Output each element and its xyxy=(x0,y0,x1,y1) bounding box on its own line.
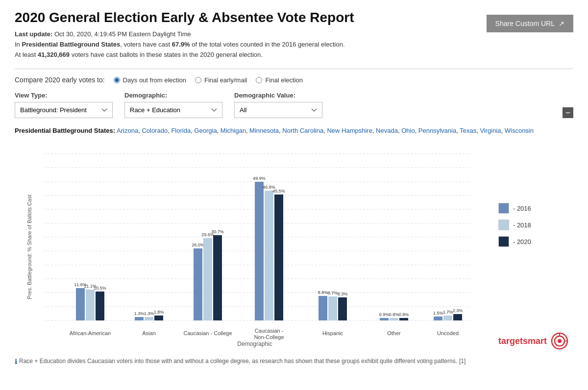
svg-text:45.5%: 45.5% xyxy=(272,189,285,194)
state-ohio[interactable]: Ohio xyxy=(401,127,415,134)
svg-text:8.8%: 8.8% xyxy=(318,290,328,295)
bar-aa-2018 xyxy=(86,290,95,320)
svg-text:8.7%: 8.7% xyxy=(328,291,338,295)
bar-unc-2016 xyxy=(434,317,442,320)
line2-pre: In xyxy=(15,41,22,48)
svg-text:1.3%: 1.3% xyxy=(144,311,154,316)
targetsmart-logo: targetsmart xyxy=(498,332,573,350)
svg-text:0.8%: 0.8% xyxy=(389,312,399,317)
targetsmart-text: targetsmart xyxy=(498,336,547,346)
collapse-button[interactable]: − xyxy=(563,107,573,118)
radio-final-input[interactable] xyxy=(256,77,262,83)
radio-days-label[interactable]: Days out from election xyxy=(123,76,186,84)
bar-unc-2018 xyxy=(443,316,452,320)
state-colorado[interactable]: Colorado xyxy=(142,127,168,134)
state-georgia[interactable]: Georgia xyxy=(194,127,217,134)
legend-label-2016: - 2016 xyxy=(513,205,531,212)
chart-legend: - 2016 - 2018 - 2020 xyxy=(498,173,573,247)
state-nh[interactable]: New Hampshire xyxy=(327,127,372,134)
svg-text:0.9%: 0.9% xyxy=(379,312,390,317)
legend-label-2020: - 2020 xyxy=(513,238,531,245)
footnote-text: Race + Education divides Caucasian voter… xyxy=(19,358,457,365)
state-nevada[interactable]: Nevada xyxy=(376,127,398,134)
radio-final[interactable]: Final election xyxy=(256,76,303,84)
state-minnesota[interactable]: Minnesota xyxy=(249,127,279,134)
dem-value-select[interactable]: All xyxy=(234,102,322,118)
legend-2020: - 2020 xyxy=(498,236,573,247)
bar-cnc-2018 xyxy=(265,191,273,320)
svg-text:Non-College: Non-College xyxy=(254,334,284,340)
state-texas[interactable]: Texas xyxy=(460,127,476,134)
svg-text:Hispanic: Hispanic xyxy=(322,330,343,336)
legend-2018: - 2018 xyxy=(498,219,573,230)
radio-early-label[interactable]: Final early/mail xyxy=(204,76,247,84)
svg-text:Caucasian -: Caucasian - xyxy=(255,328,284,334)
bar-cc-2018 xyxy=(203,238,212,320)
svg-text:30.7%: 30.7% xyxy=(211,229,224,234)
battleground-states-heading: Presidential Battleground States: xyxy=(15,127,115,134)
svg-text:1.3%: 1.3% xyxy=(134,311,145,316)
y-axis-label: Pres. Battleground: % Share of Ballots C… xyxy=(26,173,32,320)
targetsmart-icon xyxy=(551,332,568,350)
legend-label-2018: - 2018 xyxy=(513,221,531,229)
bar-cnc-2016 xyxy=(255,182,264,320)
bar-cnc-2020 xyxy=(274,195,283,320)
radio-days[interactable]: Days out from election xyxy=(114,76,186,84)
info-icon: ℹ xyxy=(15,358,17,366)
share-custom-url-button[interactable]: Share Custom URL ↗ xyxy=(487,15,573,32)
svg-text:Other: Other xyxy=(387,330,401,336)
bar-cc-2016 xyxy=(194,248,202,320)
bar-asian-2020 xyxy=(154,316,163,320)
divider xyxy=(15,69,573,69)
svg-text:Demographic: Demographic xyxy=(237,341,272,347)
svg-text:0.8%: 0.8% xyxy=(399,312,409,317)
demographic-label: Demographic: xyxy=(124,92,222,99)
radio-final-label[interactable]: Final election xyxy=(265,76,303,84)
update-time: Oct 30, 2020, 4:19:45 PM Eastern Dayligh… xyxy=(54,30,191,38)
state-nc[interactable]: North Carolina xyxy=(282,127,323,134)
svg-text:1.7%: 1.7% xyxy=(443,310,453,315)
state-virginia[interactable]: Virginia xyxy=(480,127,501,134)
bar-asian-2018 xyxy=(145,317,153,320)
dem-value-label: Demographic Value: xyxy=(234,92,322,99)
bar-cc-2020 xyxy=(213,235,222,320)
bar-chart: 60% 55% 50% 45% 40% 35% 30% 25% 20% 15 xyxy=(44,144,485,350)
radio-early-input[interactable] xyxy=(195,77,201,83)
bar-hisp-2016 xyxy=(318,296,327,320)
voter-count: 41,320,669 xyxy=(38,51,70,58)
svg-text:49.9%: 49.9% xyxy=(253,176,266,181)
svg-text:African-American: African-American xyxy=(70,330,111,336)
svg-text:10.5%: 10.5% xyxy=(94,286,106,291)
svg-text:26.0%: 26.0% xyxy=(192,243,204,247)
bar-unc-2020 xyxy=(453,314,462,320)
last-update-label: Last update: xyxy=(15,30,52,38)
line2-mid: , voters have cast xyxy=(120,41,172,48)
footnote-ref: [1] xyxy=(459,358,466,365)
view-type-select[interactable]: Battleground: President All States Indiv… xyxy=(15,102,113,118)
demographic-select[interactable]: Race + Education Party Gender Age xyxy=(124,102,222,118)
svg-text:1.8%: 1.8% xyxy=(154,310,164,315)
svg-text:Uncoded: Uncoded xyxy=(437,330,459,336)
line2-post: of the total votes counted in the 2016 g… xyxy=(190,41,345,48)
svg-text:Caucasian - College: Caucasian - College xyxy=(183,330,232,336)
state-wisconsin[interactable]: Wisconsin xyxy=(505,127,534,134)
footnote: ℹ Race + Education divides Caucasian vot… xyxy=(15,358,573,366)
svg-text:Asian: Asian xyxy=(142,330,156,336)
svg-text:1.5%: 1.5% xyxy=(433,311,443,316)
legend-2016: - 2016 xyxy=(498,203,573,214)
battleground-states-label: Presidential Battleground States xyxy=(22,41,120,48)
compare-label: Compare 2020 early votes to: xyxy=(15,76,105,84)
state-michigan[interactable]: Michigan xyxy=(220,127,246,134)
state-arizona[interactable]: Arizona xyxy=(117,127,138,134)
bar-hisp-2018 xyxy=(328,296,337,320)
bar-other-2018 xyxy=(390,318,398,320)
state-florida[interactable]: Florida xyxy=(171,127,191,134)
bar-other-2020 xyxy=(399,318,408,320)
bar-hisp-2020 xyxy=(338,297,347,320)
line3-post: voters have cast ballots in these states… xyxy=(70,51,263,58)
radio-days-input[interactable] xyxy=(114,77,120,83)
bar-aa-2020 xyxy=(96,292,104,320)
radio-early[interactable]: Final early/mail xyxy=(195,76,247,84)
bar-other-2016 xyxy=(380,318,389,320)
state-pa[interactable]: Pennsylvania xyxy=(418,127,456,134)
